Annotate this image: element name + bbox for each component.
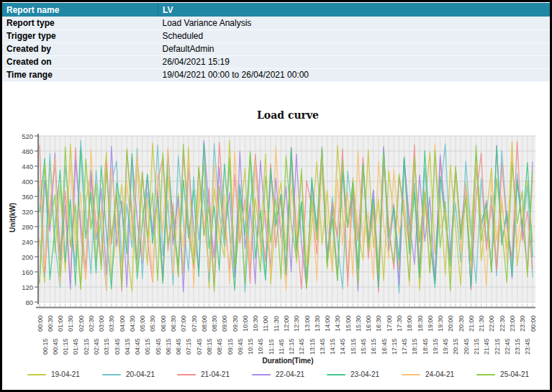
x-tick-label: 07:00 (180, 315, 187, 332)
x-tick-label: 03:15 (103, 338, 110, 355)
x-tick-label: 00:00 (37, 315, 44, 332)
x-tick-label: 18:30 (417, 315, 424, 332)
legend-label: 24-04-21 (425, 370, 454, 378)
table-row: Trigger type Scheduled (2, 29, 550, 42)
legend-swatch (102, 374, 121, 375)
x-tick-label: 01:45 (72, 338, 79, 355)
x-tick-label: 22:30 (499, 315, 506, 332)
x-tick-label: 09:30 (232, 315, 239, 332)
x-tick-label: 06:15 (165, 338, 172, 355)
x-tick-label: 13:00 (304, 315, 311, 332)
x-tick-label: 11:00 (262, 316, 269, 332)
x-tick-label: 16:15 (370, 338, 377, 355)
created-on-label: Created on (2, 55, 158, 68)
legend-swatch (327, 374, 345, 375)
x-tick-label: 21:45 (483, 338, 490, 355)
x-tick-label: 09:15 (227, 338, 234, 355)
x-tick-label: 05:00 (139, 315, 146, 332)
x-tick-label: 12:45 (298, 338, 305, 355)
x-tick-label: 22:15 (494, 338, 501, 355)
y-tick-label: 160 (22, 268, 33, 276)
x-tick-label: 15:15 (350, 338, 357, 355)
x-tick-label: 03:00 (98, 315, 105, 332)
x-tick-label: 01:00 (57, 315, 64, 332)
x-tick-label: 22:45 (504, 338, 511, 355)
legend-item-23-04-21: 23-04-21 (327, 370, 379, 378)
x-tick-label: 01:30 (67, 315, 74, 332)
x-tick-label: 11:15 (268, 339, 275, 355)
x-tick-label: 05:30 (149, 315, 156, 332)
x-tick-label: 23:00 (509, 315, 516, 332)
x-tick-label: 07:45 (196, 338, 203, 355)
x-tick-label: 05:45 (155, 338, 162, 355)
table-row: Report name LV (2, 3, 550, 17)
x-tick-label: 09:45 (237, 338, 244, 355)
y-tick-label: 280 (22, 223, 33, 231)
x-tick-label: 10:00 (242, 315, 249, 332)
x-tick-label: 14:15 (329, 338, 336, 355)
legend-swatch (402, 374, 420, 375)
x-tick-label: 17:15 (391, 338, 398, 355)
x-tick-label: 18:45 (422, 338, 429, 355)
table-row: Time range 19/04/2021 00:00 to 26/04/202… (2, 68, 550, 81)
x-tick-label: 07:30 (191, 315, 198, 332)
trigger-type-value: Scheduled (158, 29, 551, 42)
legend-label: 25-04-21 (500, 370, 529, 378)
x-tick-label: 03:45 (114, 338, 121, 355)
y-tick-label: 320 (22, 208, 33, 216)
report-meta-table: Report name LV Report type Load Variance… (2, 3, 550, 82)
time-range-value: 19/04/2021 00:00 to 26/04/2021 00:00 (158, 68, 551, 81)
x-tick-label: 11:30 (273, 316, 280, 332)
legend-item-22-04-21: 22-04-21 (252, 370, 304, 378)
x-tick-label: 04:45 (134, 338, 141, 355)
report-page: Report name LV Report type Load Variance… (0, 0, 552, 392)
x-tick-label: 04:15 (124, 338, 131, 355)
x-tick-label: 13:30 (314, 315, 321, 332)
x-tick-label: 23:45 (524, 338, 531, 355)
x-tick-label: 02:30 (88, 315, 95, 332)
created-by-value: DefaultAdmin (158, 42, 551, 55)
x-tick-label: 10:45 (257, 338, 264, 355)
legend-swatch (177, 374, 196, 375)
x-tick-label: 05:15 (144, 338, 151, 355)
legend-swatch (476, 374, 495, 375)
report-name-value: LV (158, 3, 551, 17)
x-tick-label: 21:15 (473, 338, 480, 355)
x-tick-label: 06:00 (160, 315, 167, 332)
x-tick-label: 15:00 (345, 315, 352, 332)
report-name-label: Report name (2, 3, 158, 17)
x-tick-label: 01:15 (62, 338, 69, 355)
x-tick-label: 15:45 (360, 338, 367, 355)
x-tick-label: 04:30 (129, 315, 136, 332)
y-tick-label: 400 (22, 178, 33, 186)
legend-label: 23-04-21 (350, 370, 379, 378)
y-tick-label: 240 (22, 238, 33, 246)
x-tick-label: 00:00 (530, 315, 537, 332)
legend-label: 21-04-21 (201, 370, 230, 378)
x-tick-label: 13:45 (319, 338, 326, 355)
x-tick-label: 16:30 (375, 315, 382, 332)
x-tick-label: 14:30 (334, 315, 341, 332)
x-tick-label: 14:45 (339, 338, 346, 355)
x-tick-label: 00:15 (42, 338, 49, 355)
x-tick-label: 11:45 (278, 339, 285, 355)
legend-item-25-04-21: 25-04-21 (476, 370, 529, 378)
table-row: Report type Load Variance Analysis (2, 17, 550, 29)
y-tick-label: 480 (22, 147, 33, 155)
x-tick-label: 12:15 (288, 338, 295, 355)
x-tick-label: 20:30 (458, 315, 465, 332)
x-tick-label: 00:45 (52, 338, 59, 355)
table-row: Created on 26/04/2021 15:19 (2, 55, 550, 68)
x-tick-label: 08:45 (216, 338, 223, 355)
x-tick-label: 23:15 (514, 338, 521, 355)
x-tick-label: 02:15 (83, 338, 90, 355)
x-tick-label: 15:30 (355, 315, 362, 332)
load-curve-plot: 8012016020024028032036040044048052000:00… (2, 103, 552, 372)
legend-item-21-04-21: 21-04-21 (177, 370, 230, 378)
x-tick-label: 16:45 (381, 338, 388, 355)
x-tick-label: 19:30 (437, 315, 444, 332)
x-tick-label: 17:00 (386, 315, 393, 332)
x-tick-label: 10:30 (252, 315, 259, 332)
x-tick-label: 07:15 (185, 338, 192, 355)
legend-label: 20-04-21 (126, 370, 155, 378)
